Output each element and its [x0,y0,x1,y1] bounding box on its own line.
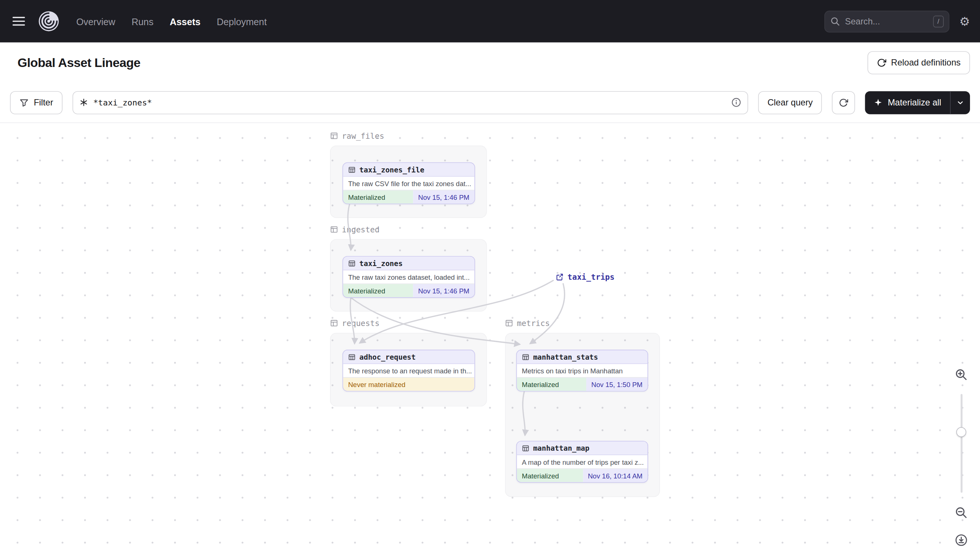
status-badge: Materialized [343,190,413,204]
asset-node-adhoc-request[interactable]: adhoc_request The response to an request… [343,350,475,392]
group-label-raw-files[interactable]: raw_files [330,131,384,140]
asset-node-taxi-zones-file[interactable]: taxi_zones_file The raw CSV file for the… [343,162,475,204]
group-icon [330,225,338,233]
nav-item-overview[interactable]: Overview [76,16,115,27]
table-icon [348,166,356,173]
table-icon [348,259,356,267]
group-label-text: ingested [342,225,380,234]
table-icon [522,353,529,360]
group-label-text: requests [342,318,380,328]
external-link-icon [555,273,564,281]
asset-selection-input[interactable] [93,98,726,107]
sparkle-icon [874,98,883,107]
filter-funnel-icon [19,98,28,107]
page-header: Global Asset Lineage Reload definitions [0,43,980,82]
asset-description: A map of the number of trips per taxi z.… [517,455,648,468]
materialize-all-button[interactable]: Materialize all [865,91,950,114]
status-badge: Materialized [343,284,413,297]
group-icon [505,319,513,327]
top-nav: Overview Runs Assets Deployment / ⚙ [0,0,980,43]
reload-definitions-button[interactable]: Reload definitions [867,51,970,74]
dagster-logo[interactable] [38,10,60,33]
asset-node-taxi-zones[interactable]: taxi_zones The raw taxi zones dataset, l… [343,256,475,298]
search-shortcut-badge: / [933,15,944,27]
lineage-canvas[interactable]: raw_files ingested requests metrics [0,123,980,558]
asset-description: The response to an request made in th... [343,364,474,377]
asset-description: The raw CSV file for the taxi zones dat.… [343,177,474,190]
clear-query-button[interactable]: Clear query [758,91,822,114]
materialization-timestamp: Nov 15, 1:46 PM [413,284,474,297]
refresh-icon [877,58,886,67]
materialize-options-button[interactable] [951,91,970,114]
hamburger-menu-icon[interactable] [10,14,27,29]
materialization-timestamp: Nov 15, 1:50 PM [586,378,647,391]
search-input[interactable] [845,16,929,26]
status-badge: Materialized [517,378,586,391]
toolbar: Filter Clear query Materialize all [0,82,980,123]
reload-definitions-label: Reload definitions [891,57,961,67]
materialize-all-split-button: Materialize all [865,91,970,114]
materialize-all-label: Materialize all [888,97,941,107]
group-label-ingested[interactable]: ingested [330,225,380,234]
external-asset-taxi-trips[interactable]: taxi_trips [555,272,614,282]
asset-name: manhattan_map [533,444,589,453]
materialization-timestamp: Nov 15, 1:46 PM [413,190,474,204]
search-box[interactable]: / [824,10,950,32]
nav-item-deployment[interactable]: Deployment [217,16,267,27]
status-badge: Materialized [517,469,583,482]
refresh-query-button[interactable] [832,91,855,114]
group-icon [330,132,338,140]
search-icon [830,16,841,27]
table-icon [348,353,356,360]
op-selector-icon [80,98,89,107]
nav-item-runs[interactable]: Runs [132,16,153,27]
lineage-edges [0,123,980,558]
gear-icon[interactable]: ⚙ [959,15,970,27]
download-view-icon[interactable] [954,533,968,547]
nav-item-assets[interactable]: Assets [170,16,200,27]
asset-selection-input-wrap [72,91,748,114]
filter-label: Filter [34,97,53,107]
asset-node-manhattan-stats[interactable]: manhattan_stats Metrics on taxi trips in… [516,350,648,392]
filter-button[interactable]: Filter [10,91,63,114]
group-icon [330,319,338,327]
status-badge: Never materialized [343,378,474,391]
zoom-in-icon[interactable] [954,368,968,381]
group-label-text: metrics [517,318,550,328]
zoom-slider-handle[interactable] [956,427,966,437]
asset-name: adhoc_request [359,353,415,361]
group-label-text: raw_files [342,131,384,140]
asset-name: manhattan_stats [533,353,598,361]
zoom-slider[interactable] [955,394,967,493]
external-asset-name: taxi_trips [567,272,614,282]
chevron-down-icon [956,98,964,107]
group-label-metrics[interactable]: metrics [505,318,550,328]
asset-description: Metrics on taxi trips in Manhattan [517,364,648,377]
asset-description: The raw taxi zones dataset, loaded int..… [343,271,474,284]
group-label-requests[interactable]: requests [330,318,380,328]
app-root: Overview Runs Assets Deployment / ⚙ Glob… [0,0,980,558]
clear-query-label: Clear query [768,97,813,107]
info-icon[interactable] [731,97,741,107]
asset-name: taxi_zones_file [359,165,424,174]
zoom-out-icon[interactable] [954,506,968,520]
materialization-timestamp: Nov 16, 10:14 AM [583,469,648,482]
nav-right: / ⚙ [824,10,970,32]
asset-name: taxi_zones [359,259,403,268]
page-title: Global Asset Lineage [17,55,140,70]
main-nav: Overview Runs Assets Deployment [76,16,267,27]
table-icon [522,445,529,452]
zoom-slider-track[interactable] [961,394,962,493]
asset-node-manhattan-map[interactable]: manhattan_map A map of the number of tri… [516,441,648,483]
refresh-icon [839,98,848,107]
